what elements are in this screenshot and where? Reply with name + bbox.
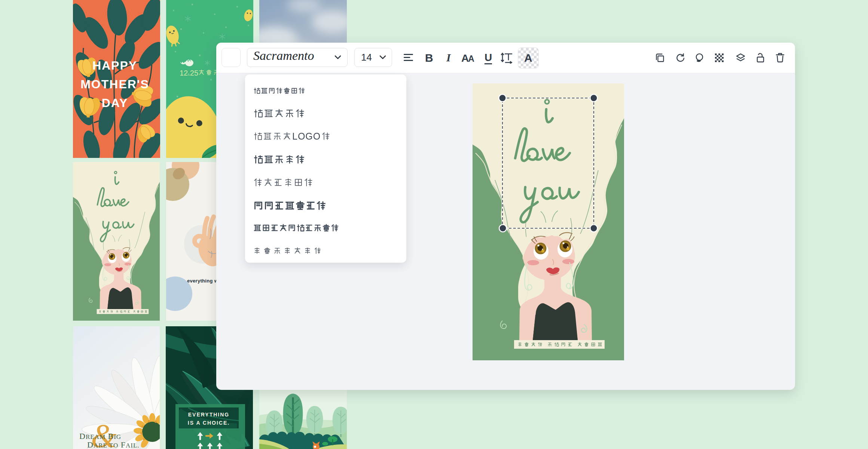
svg-text:EVERYTHING: EVERYTHING <box>188 412 230 418</box>
svg-text:DAY: DAY <box>102 96 128 110</box>
svg-text:MOTHER'S: MOTHER'S <box>80 77 149 91</box>
svg-text:IS A CHOICE.: IS A CHOICE. <box>188 420 230 426</box>
svg-text:12.25: 12.25 <box>180 69 198 77</box>
svg-text:HAPPY: HAPPY <box>92 59 137 72</box>
